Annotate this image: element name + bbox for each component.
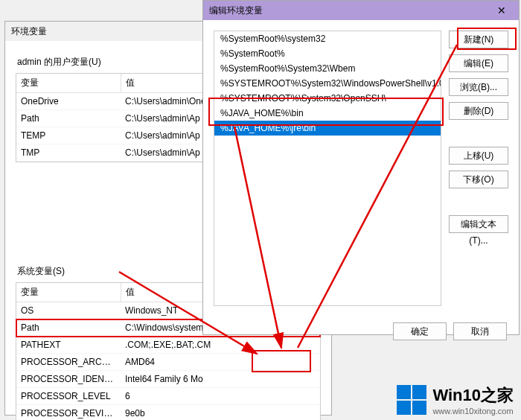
edit-titlebar: 编辑环境变量 ✕: [203, 1, 519, 20]
edit-body: %SystemRoot%\system32%SystemRoot%%System…: [203, 20, 519, 316]
move-down-button[interactable]: 下移(O): [449, 171, 508, 188]
list-item[interactable]: %SystemRoot%\System32\Wbem: [214, 61, 441, 76]
var-name: OS: [16, 302, 121, 319]
browse-button[interactable]: 浏览(B)...: [449, 78, 508, 96]
env-title: 环境变量: [11, 22, 47, 41]
watermark-text: Win10之家 www.win10xitong.com: [432, 384, 514, 416]
table-row[interactable]: PROCESSOR_REVISION9e0b: [16, 405, 320, 421]
var-name: TMP: [16, 144, 121, 162]
var-name: TEMP: [16, 127, 121, 144]
edit-text-button[interactable]: 编辑文本(T)...: [449, 215, 508, 233]
edit-footer: 确定 取消: [203, 316, 519, 346]
move-up-button[interactable]: 上移(U): [449, 147, 508, 165]
table-row[interactable]: PROCESSOR_ARCHITECT...AMD64: [16, 354, 320, 371]
var-value: AMD64: [121, 354, 320, 371]
list-item[interactable]: %SystemRoot%\system32: [214, 31, 441, 46]
watermark-brand: Win10之家: [432, 384, 514, 407]
col-var[interactable]: 变量: [16, 283, 121, 302]
edit-button[interactable]: 编辑(E): [449, 54, 508, 72]
var-name: PROCESSOR_LEVEL: [16, 388, 121, 405]
var-name: Path: [16, 110, 121, 127]
close-icon[interactable]: ✕: [490, 1, 513, 20]
edit-env-window: 编辑环境变量 ✕ %SystemRoot%\system32%SystemRoo…: [202, 0, 520, 335]
watermark-url: www.win10xitong.com: [432, 407, 514, 416]
var-name: PROCESSOR_IDENTIFIER: [16, 371, 121, 388]
list-item[interactable]: %JAVA_HOME%\jre\bin: [214, 121, 441, 136]
new-button[interactable]: 新建(N): [449, 31, 508, 48]
var-name: PATHEXT: [16, 337, 121, 354]
edit-title: 编辑环境变量: [209, 1, 263, 20]
table-row[interactable]: PROCESSOR_IDENTIFIERIntel64 Family 6 Mo: [16, 371, 320, 388]
list-item[interactable]: %JAVA_HOME%\bin: [214, 106, 441, 121]
path-list[interactable]: %SystemRoot%\system32%SystemRoot%%System…: [214, 31, 441, 306]
var-name: OneDrive: [16, 93, 121, 110]
var-name: PROCESSOR_ARCHITECT...: [16, 354, 121, 371]
watermark: Win10之家 www.win10xitong.com: [397, 384, 514, 416]
ok-button[interactable]: 确定: [393, 322, 447, 340]
list-item[interactable]: %SYSTEMROOT%\System32\WindowsPowerShell\…: [214, 76, 441, 91]
var-value: 6: [121, 388, 320, 405]
cancel-button[interactable]: 取消: [453, 322, 507, 340]
windows-logo-icon: [397, 385, 426, 415]
col-var[interactable]: 变量: [16, 74, 121, 93]
var-name: PROCESSOR_REVISION: [16, 405, 121, 421]
var-value: Intel64 Family 6 Mo: [121, 371, 320, 388]
var-name: Path: [16, 319, 121, 337]
table-row[interactable]: PROCESSOR_LEVEL6: [16, 388, 320, 405]
side-buttons: 新建(N) 编辑(E) 浏览(B)... 删除(D) 上移(U) 下移(O) 编…: [449, 31, 508, 306]
list-item[interactable]: %SystemRoot%: [214, 46, 441, 61]
var-value: 9e0b: [121, 405, 320, 421]
list-item[interactable]: %SYSTEMROOT%\System32\OpenSSH\: [214, 91, 441, 106]
delete-button[interactable]: 删除(D): [449, 102, 508, 120]
